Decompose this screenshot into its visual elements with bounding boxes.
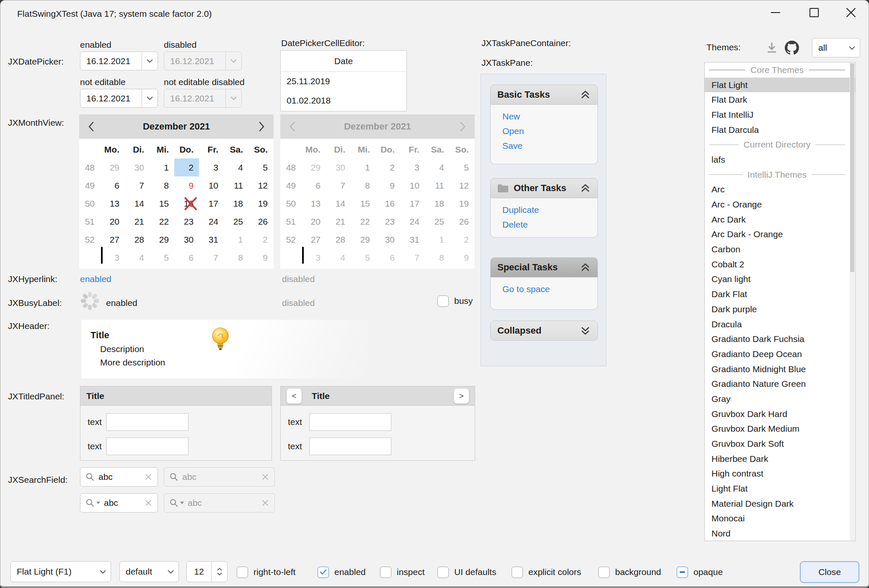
day-cell[interactable]: 7 xyxy=(125,176,150,194)
day-cell[interactable]: 29 xyxy=(150,231,174,249)
day-cell[interactable]: 4 xyxy=(125,249,150,267)
chevron-down-icon[interactable] xyxy=(142,89,158,107)
prev-month-icon[interactable] xyxy=(88,121,94,132)
scrollbar-thumb[interactable] xyxy=(850,63,854,272)
day-cell[interactable]: 12 xyxy=(248,176,273,194)
day-cell[interactable]: 15 xyxy=(150,194,174,212)
text-input[interactable] xyxy=(309,413,391,431)
theme-item[interactable]: Cobalt 2 xyxy=(705,257,855,272)
theme-item[interactable]: Arc xyxy=(705,182,855,197)
clear-icon[interactable] xyxy=(144,499,153,507)
text-input[interactable] xyxy=(106,438,189,455)
scale-combobox[interactable]: default xyxy=(119,561,179,582)
theme-item[interactable]: Arc Dark - Orange xyxy=(705,227,855,242)
collapse-icon[interactable] xyxy=(580,89,591,100)
day-cell[interactable]: 26 xyxy=(248,212,273,231)
day-cell[interactable]: 5 xyxy=(150,249,174,267)
theme-item[interactable]: Dark Flat xyxy=(705,287,855,302)
checkbox-opaque[interactable]: opaque xyxy=(677,566,723,578)
task-link[interactable]: Duplicate xyxy=(502,205,597,215)
theme-item[interactable]: Cyan light xyxy=(705,272,855,287)
task-link[interactable]: Go to space xyxy=(502,284,597,294)
theme-item[interactable]: Flat Dark xyxy=(705,92,855,107)
day-cell[interactable]: 24 xyxy=(199,212,224,231)
theme-item[interactable]: Flat Darcula xyxy=(705,122,855,137)
table-row[interactable]: 01.02.2018 xyxy=(281,91,406,110)
day-cell[interactable]: 8 xyxy=(224,249,248,267)
text-input[interactable] xyxy=(106,413,189,431)
day-cell[interactable]: 31 xyxy=(199,231,224,249)
day-cell[interactable]: 9 xyxy=(248,249,273,267)
minimize-button[interactable] xyxy=(762,3,789,22)
busy-checkbox[interactable]: busy xyxy=(437,295,473,307)
collapse-icon[interactable] xyxy=(580,183,591,194)
theme-item[interactable]: Gradianto Dark Fuchsia xyxy=(705,332,855,347)
day-cell[interactable]: 20 xyxy=(100,212,125,231)
search-value[interactable]: abc xyxy=(98,472,140,482)
day-cell[interactable]: 2 xyxy=(174,158,199,176)
close-button[interactable]: Close xyxy=(800,561,859,583)
day-cell[interactable]: 2 xyxy=(248,231,273,249)
prev-button[interactable]: < xyxy=(287,389,302,404)
next-month-icon[interactable] xyxy=(259,121,265,132)
next-button[interactable]: > xyxy=(454,389,469,404)
collapse-icon[interactable] xyxy=(580,262,591,273)
day-cell[interactable]: 19 xyxy=(248,194,273,212)
searchfield-dropdown-enabled[interactable]: abc xyxy=(80,493,158,513)
task-link[interactable]: Save xyxy=(502,141,597,151)
day-cell[interactable]: 23 xyxy=(174,212,199,231)
clear-icon[interactable] xyxy=(144,473,153,481)
day-cell[interactable]: 27 xyxy=(100,231,125,249)
checkbox-ui-defaults[interactable]: UI defaults xyxy=(437,566,496,578)
theme-item[interactable]: Gradianto Nature Green xyxy=(705,376,855,391)
theme-item[interactable]: Dracula xyxy=(705,317,855,332)
day-cell[interactable]: 6 xyxy=(100,176,125,194)
day-cell[interactable]: 17 xyxy=(199,194,224,212)
theme-item[interactable]: Carbon xyxy=(705,242,855,257)
day-cell[interactable]: 6 xyxy=(174,249,199,267)
theme-item[interactable]: High contrast xyxy=(705,466,855,482)
day-cell[interactable]: 14 xyxy=(125,194,150,212)
table-row[interactable]: 25.11.2019 xyxy=(281,72,406,91)
theme-item[interactable]: Gruvbox Dark Soft xyxy=(705,436,855,451)
task-link[interactable]: Delete xyxy=(502,220,597,230)
theme-item[interactable]: Arc Dark xyxy=(705,212,855,227)
hyperlink-enabled[interactable]: enabled xyxy=(80,274,111,284)
day-cell[interactable]: 29 xyxy=(100,158,125,176)
day-cell[interactable]: 16 xyxy=(174,194,199,212)
datepicker-noteditable[interactable]: 16.12.2021 xyxy=(80,89,158,108)
search-value[interactable]: abc xyxy=(104,498,140,508)
theme-item[interactable]: Hiberbee Dark xyxy=(705,451,855,466)
day-cell[interactable]: 1 xyxy=(150,158,174,176)
checkbox-enabled[interactable]: enabled xyxy=(318,566,366,578)
spinner-arrows[interactable] xyxy=(211,562,227,582)
day-cell[interactable]: 4 xyxy=(224,158,248,176)
day-cell[interactable]: 9 xyxy=(174,176,199,194)
day-cell[interactable]: 28 xyxy=(125,231,150,249)
day-cell[interactable]: 25 xyxy=(224,212,248,231)
theme-item[interactable]: Gruvbox Dark Hard xyxy=(705,407,855,422)
table-column-header[interactable]: Date xyxy=(281,51,406,72)
taskpane-header[interactable]: Special Tasks xyxy=(490,257,598,277)
theme-item[interactable]: Material Design Dark xyxy=(705,496,855,511)
theme-item[interactable]: Flat Light xyxy=(705,78,855,93)
day-cell[interactable]: 3 xyxy=(199,158,224,176)
day-cell[interactable]: 13 xyxy=(100,194,125,212)
day-cell[interactable]: 7 xyxy=(199,249,224,267)
day-cell[interactable]: 11 xyxy=(224,176,248,194)
theme-item[interactable]: Gradianto Deep Ocean xyxy=(705,347,855,362)
day-cell[interactable]: 5 xyxy=(248,158,273,176)
chevron-down-icon[interactable] xyxy=(142,52,158,70)
theme-item[interactable]: Light Flat xyxy=(705,481,855,496)
taskpane-header[interactable]: Other Tasks xyxy=(490,178,598,198)
task-link[interactable]: Open xyxy=(502,126,597,136)
theme-item[interactable]: Dark purple xyxy=(705,302,855,317)
theme-item[interactable]: Gray xyxy=(705,391,855,407)
day-cell[interactable]: 22 xyxy=(150,212,174,231)
day-cell[interactable]: 10 xyxy=(199,176,224,194)
theme-item[interactable]: Gradianto Midnight Blue xyxy=(705,362,855,377)
day-cell[interactable]: 1 xyxy=(224,231,248,249)
day-cell[interactable]: 21 xyxy=(125,212,150,231)
checkbox-explicit-colors[interactable]: explicit colors xyxy=(512,566,581,578)
day-cell[interactable]: 18 xyxy=(224,194,248,212)
